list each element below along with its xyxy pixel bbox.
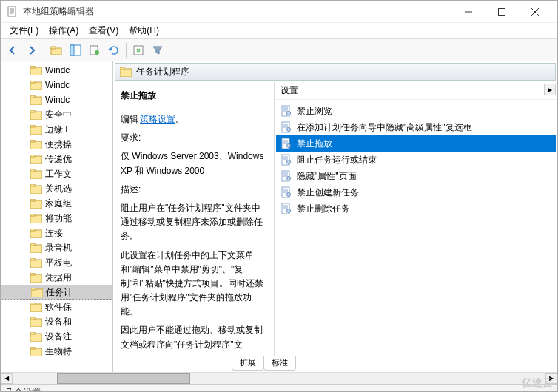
setting-item[interactable]: 隐藏"属性"页面 [276,168,556,184]
svg-rect-9 [30,67,42,75]
tree-item-label: 凭据用 [45,271,72,284]
tree-item-label: 平板电 [45,257,72,269]
minimize-button[interactable] [451,1,485,22]
tree-item-label: 设备和 [45,316,72,328]
svg-rect-25 [30,186,42,194]
tab-standard[interactable]: 标准 [263,356,296,371]
setting-item[interactable]: 阻止任务运行或结束 [276,152,556,168]
toolbar-separator [44,43,44,58]
tree-item[interactable]: Windc [1,92,112,107]
detail-pane: 任务计划程序 禁止拖放 编辑策略设置。 要求: 仅 Windows Server… [113,61,557,372]
tree-item[interactable]: Windc [1,78,112,92]
setting-item[interactable]: 禁止创建新任务 [276,184,556,200]
export-button[interactable] [86,41,104,59]
policy-name: 禁止拖放 [121,89,266,102]
tree-item-label: 生物特 [45,345,72,358]
close-button[interactable] [518,1,551,22]
description-column[interactable]: 禁止拖放 编辑策略设置。 要求: 仅 Windows Server 2003、W… [113,82,275,356]
svg-rect-42 [30,303,35,305]
description-p1: 阻止用户在"任务计划程序"文件夹中通过移动或复制程序来添加或删除任务。 [121,201,266,244]
svg-rect-33 [30,245,42,253]
tree-item[interactable]: 平板电 [1,255,112,270]
svg-rect-43 [30,319,42,327]
menu-file[interactable]: 文件(F) [5,23,43,38]
svg-rect-1 [498,8,505,15]
svg-rect-15 [30,112,42,120]
show-hide-tree-button[interactable] [67,41,84,59]
menu-action[interactable]: 操作(A) [44,23,83,38]
svg-rect-26 [30,184,35,186]
refresh-button[interactable] [105,41,123,59]
back-button[interactable] [4,41,21,59]
settings-list[interactable]: 禁止浏览在添加计划任务向导中隐藏"高级属性"复选框禁止拖放阻止任务运行或结束隐藏… [275,100,557,356]
tab-extended[interactable]: 扩展 [232,356,264,371]
svg-rect-40 [31,288,36,290]
svg-point-54 [287,128,291,132]
folder-icon [120,67,132,77]
svg-rect-20 [30,140,35,142]
setting-label: 禁止浏览 [297,105,332,118]
svg-rect-11 [30,82,42,90]
setting-item[interactable]: 在添加计划任务向导中隐藏"高级属性"复选框 [276,119,556,135]
svg-point-62 [287,193,291,197]
menu-help[interactable]: 帮助(H) [124,23,164,38]
detail-header-title: 任务计划程序 [136,66,189,78]
tree-item[interactable]: 录音机 [1,240,112,255]
description-p2: 此设置在计划任务中的上下文菜单和"编辑"菜单中禁用"剪切"、"复制"和"粘贴"快… [121,249,266,320]
tree-item[interactable]: 凭据用 [1,270,112,285]
scroll-thumb[interactable] [57,373,190,384]
tree-item[interactable]: 连接 [1,226,112,240]
tree-pane[interactable]: WindcWindcWindc安全中边缘 L便携操传递优工作文关机选家庭组将功能… [1,61,113,372]
horizontal-scrollbar[interactable]: ◀ ▶ [1,372,557,384]
tree-item-label: 传递优 [45,153,72,166]
tree-item-label: 家庭组 [45,197,72,210]
detail-header: 任务计划程序 [115,63,556,81]
svg-rect-21 [30,156,42,164]
svg-rect-32 [30,229,35,231]
scroll-left-arrow[interactable]: ◀ [1,373,13,384]
app-icon [7,6,19,18]
tree-item[interactable]: 生物特 [1,344,112,359]
tree-item[interactable]: 工作文 [1,166,112,181]
filter-button[interactable] [149,41,167,59]
tree-item[interactable]: 将功能 [1,211,112,226]
svg-rect-49 [120,69,132,77]
svg-rect-46 [30,332,35,334]
tree-item[interactable]: 设备和 [1,314,112,329]
tree-item-label: Windc [45,80,70,90]
tree-item[interactable]: 安全中 [1,107,112,122]
tree-item[interactable]: 设备注 [1,329,112,344]
tree-item[interactable]: Windc [1,63,112,78]
tree-item-label: 边缘 L [45,124,70,136]
svg-rect-44 [30,317,35,320]
tree-item-label: 关机选 [45,183,72,195]
tree-item[interactable]: 便携操 [1,137,112,152]
tree-item[interactable]: 软件保 [1,300,112,314]
maximize-button[interactable] [485,1,518,22]
menu-view[interactable]: 查看(V) [84,23,123,38]
tree-item-label: Windc [45,95,70,105]
edit-policy-link[interactable]: 策略设置 [140,114,175,124]
tree-item[interactable]: 家庭组 [1,196,112,211]
setting-label: 禁止创建新任务 [297,186,359,199]
svg-rect-17 [30,126,42,135]
tree-item[interactable]: 任务计 [1,285,112,300]
up-button[interactable] [47,41,65,59]
forward-button[interactable] [23,41,41,59]
svg-rect-18 [30,125,35,127]
tree-item[interactable]: 边缘 L [1,122,112,137]
svg-point-52 [287,112,291,115]
svg-rect-22 [30,155,35,157]
properties-button[interactable] [130,41,147,59]
setting-item[interactable]: 禁止删除任务 [276,200,556,217]
tree-item-label: 将功能 [45,212,72,225]
tree-item[interactable]: 关机选 [1,181,112,196]
setting-item[interactable]: 禁止浏览 [276,103,556,119]
scroll-right-arrow[interactable]: ▶ [544,84,556,95]
tree-item[interactable]: 传递优 [1,152,112,166]
settings-header[interactable]: 设置 [275,82,557,100]
svg-rect-50 [120,67,124,70]
setting-item[interactable]: 禁止拖放 [276,135,556,152]
setting-label: 禁止拖放 [297,138,332,150]
svg-rect-27 [30,200,42,209]
